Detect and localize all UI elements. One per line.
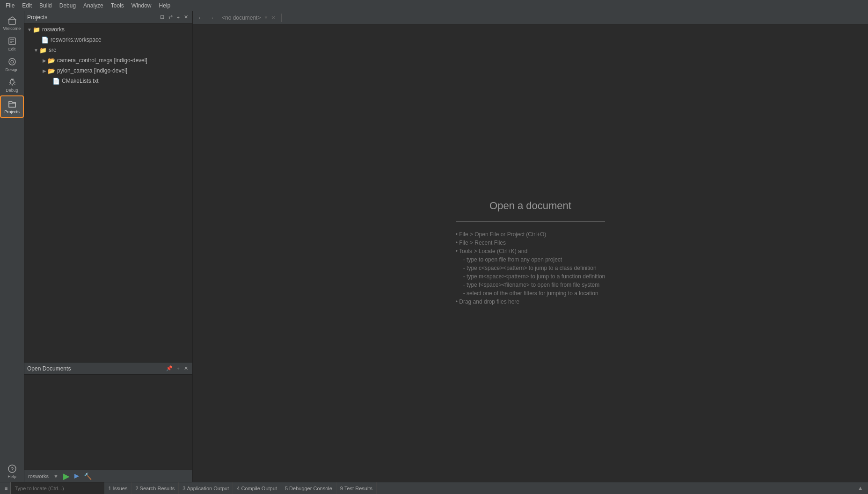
tree-item-rosworks[interactable]: ▼ 📁 rosworks: [24, 24, 192, 35]
open-documents-panel: Open Documents 📌 + ✕: [24, 362, 192, 470]
projects-add-btn[interactable]: +: [175, 14, 181, 21]
sidebar-item-edit[interactable]: Edit: [0, 34, 24, 54]
projects-icon: [7, 99, 17, 109]
tab-dropdown-arrow[interactable]: ▼: [263, 15, 268, 20]
project-name-label: rosworks: [28, 473, 49, 479]
svg-text:?: ?: [11, 466, 14, 472]
build-hammer-button[interactable]: 🔨: [83, 472, 93, 480]
help-icon: ?: [7, 464, 17, 473]
arrow-icon: ▶: [41, 68, 48, 73]
git-folder-icon: 📂: [48, 67, 55, 74]
main-layout: Welcome Edit Design Debug: [0, 11, 868, 482]
projects-label: Projects: [4, 109, 20, 114]
editor-area: ← → <no document> ▼ ✕ Open a document • …: [193, 11, 868, 482]
tree-item-label: camera_control_msgs [indigo-devel]: [57, 57, 147, 64]
editor-forward-btn[interactable]: →: [206, 13, 216, 22]
arrow-icon: ▼: [33, 48, 39, 53]
debugger-number: 5: [285, 486, 288, 491]
folder-icon: 📁: [33, 26, 40, 33]
projects-panel-title: Projects: [27, 14, 47, 21]
tree-item-src[interactable]: ▼ 📁 src: [24, 45, 192, 55]
editor-back-btn[interactable]: ←: [196, 13, 206, 22]
open-docs-close-btn[interactable]: ✕: [182, 365, 190, 372]
no-document-label: <no document>: [222, 15, 261, 21]
menu-tools[interactable]: Tools: [107, 1, 128, 10]
compile-label: Compile Output: [241, 486, 277, 491]
sidebar-item-debug[interactable]: Debug: [0, 75, 24, 95]
run-toolbar-separator: ▼: [53, 473, 58, 479]
arrow-icon: ▶: [41, 58, 48, 63]
tree-item-workspace[interactable]: 📄 rosworks.workspace: [24, 35, 192, 45]
git-folder-icon: 📂: [48, 57, 55, 64]
statusbar-right: ▲: [854, 482, 866, 494]
hint-8: - select one of the other filters for ju…: [456, 290, 605, 297]
statusbar-test-results[interactable]: 9 Test Results: [336, 482, 377, 494]
tab-close-btn[interactable]: ✕: [271, 15, 276, 21]
open-docs-title: Open Documents: [27, 365, 71, 372]
design-icon: [7, 57, 17, 66]
test-number: 9: [340, 486, 343, 491]
menu-build[interactable]: Build: [36, 1, 56, 10]
sidebar-item-projects[interactable]: Projects: [0, 95, 24, 118]
bottom-run-toolbar: rosworks ▼ ▶ 🔨: [24, 470, 192, 482]
statusbar-compile-output[interactable]: 4 Compile Output: [233, 482, 281, 494]
statusbar-debugger-console[interactable]: 5 Debugger Console: [281, 482, 336, 494]
menu-window[interactable]: Window: [128, 1, 155, 10]
svg-point-5: [9, 58, 15, 65]
hint-6: - type m<space><pattern> to jump to a fu…: [456, 273, 605, 280]
tree-item-label: pylon_camera [indigo-devel]: [57, 67, 127, 74]
projects-sync-btn[interactable]: ⇄: [167, 14, 174, 21]
statusbar-search-results[interactable]: 2 Search Results: [131, 482, 179, 494]
sidebar-icons: Welcome Edit Design Debug: [0, 11, 24, 482]
arrow-icon: ▼: [26, 27, 33, 32]
sidebar-item-design[interactable]: Design: [0, 54, 24, 75]
statusbar-issues[interactable]: 1 Issues: [104, 482, 131, 494]
sidebar-item-help[interactable]: ? Help: [0, 461, 24, 482]
open-docs-actions: 📌 + ✕: [165, 365, 190, 372]
run-button[interactable]: ▶: [62, 471, 71, 481]
projects-panel-header: Projects ⊟ ⇄ + ✕: [24, 11, 192, 23]
design-label: Design: [5, 67, 18, 72]
open-doc-title: Open a document: [456, 200, 605, 212]
tree-item-label: src: [49, 47, 56, 53]
open-docs-pin-btn[interactable]: 📌: [165, 365, 174, 372]
project-tree[interactable]: ▼ 📁 rosworks 📄 rosworks.workspace ▼ 📁 sr…: [24, 23, 192, 362]
editor-header: ← → <no document> ▼ ✕: [193, 11, 868, 24]
compile-number: 4: [237, 486, 240, 491]
menu-analyze[interactable]: Analyze: [80, 1, 107, 10]
tree-item-cmake[interactable]: 📄 CMakeLists.txt: [24, 76, 192, 86]
open-document-message: Open a document • File > Open File or Pr…: [456, 200, 605, 307]
menu-debug[interactable]: Debug: [56, 1, 80, 10]
welcome-label: Welcome: [3, 26, 21, 31]
svg-rect-11: [74, 475, 75, 478]
open-docs-header: Open Documents 📌 + ✕: [24, 363, 192, 375]
search-results-label: Search Results: [140, 486, 175, 491]
open-docs-add-btn[interactable]: +: [175, 365, 181, 372]
projects-close-btn[interactable]: ✕: [182, 14, 190, 21]
no-document-tab[interactable]: <no document> ▼ ✕: [216, 14, 282, 22]
debug-icon: [7, 78, 17, 87]
hint-5: - type c<space><pattern> to jump to a cl…: [456, 265, 605, 271]
hint-9: • Drag and drop files here: [456, 298, 605, 305]
menu-edit[interactable]: Edit: [18, 1, 36, 10]
menu-help[interactable]: Help: [155, 1, 175, 10]
debug-label: Debug: [6, 88, 18, 93]
locate-search-input[interactable]: [11, 482, 104, 494]
projects-filter-btn[interactable]: ⊟: [159, 14, 166, 21]
help-label: Help: [7, 474, 16, 479]
toggle-icon: ≡: [5, 486, 7, 491]
editor-content: Open a document • File > Open File or Pr…: [193, 24, 868, 482]
debug-run-button[interactable]: [73, 473, 81, 479]
statusbar-app-output[interactable]: 3 Application Output: [179, 482, 233, 494]
sidebar-item-welcome[interactable]: Welcome: [0, 13, 24, 34]
search-results-number: 2: [135, 486, 138, 491]
tree-item-camera-msgs[interactable]: ▶ 📂 camera_control_msgs [indigo-devel]: [24, 55, 192, 65]
statusbar-arrow-btn[interactable]: ▲: [854, 482, 866, 494]
tree-item-pylon-camera[interactable]: ▶ 📂 pylon_camera [indigo-devel]: [24, 65, 192, 76]
statusbar: ≡ 1 Issues 2 Search Results 3 Applicatio…: [0, 482, 868, 494]
tree-item-label: rosworks.workspace: [51, 36, 102, 43]
statusbar-toggle-btn[interactable]: ≡: [2, 482, 11, 494]
tree-item-label: CMakeLists.txt: [62, 78, 99, 84]
folder-icon: 📁: [39, 47, 47, 54]
menu-file[interactable]: File: [2, 1, 18, 10]
